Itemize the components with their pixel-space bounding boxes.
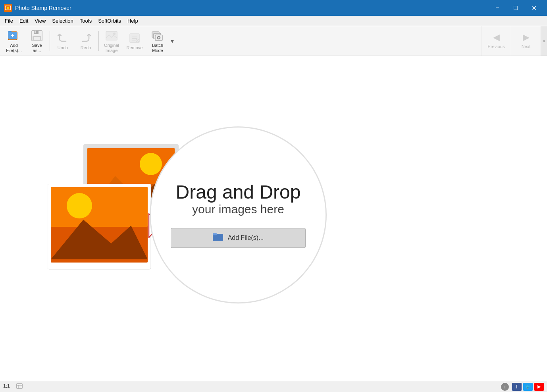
original-image-label: OriginalImage — [104, 43, 119, 53]
menu-softorbits[interactable]: SoftOrbits — [95, 17, 124, 25]
add-files-button-drop[interactable]: Add File(s)... — [171, 228, 306, 248]
status-left: 1:1 — [3, 383, 501, 390]
original-image-icon — [105, 29, 118, 42]
separator-1 — [50, 31, 50, 51]
drag-drop-text: Drag and Drop your images here — [176, 182, 301, 216]
svg-rect-13 — [34, 37, 40, 40]
save-as-label: Saveas... — [32, 43, 42, 53]
remove-button[interactable]: Remove — [123, 28, 146, 54]
save-as-icon — [31, 29, 43, 42]
toolbar-nav: ◀ Previous ▶ Next ▾ — [481, 26, 547, 56]
social-links: f 🐦 ▶ — [512, 383, 544, 391]
remove-label: Remove — [127, 45, 143, 50]
main-area: Drag and Drop your images here Add File(… — [0, 56, 547, 381]
youtube-button[interactable]: ▶ — [534, 383, 544, 391]
save-as-button[interactable]: Saveas... — [25, 28, 48, 54]
add-files-label: AddFile(s)... — [6, 43, 22, 53]
drag-text-line2: your images here — [176, 203, 301, 216]
add-files-button[interactable]: AddFile(s)... — [2, 28, 25, 54]
svg-rect-10 — [34, 31, 39, 34]
svg-point-2 — [7, 7, 9, 9]
svg-rect-32 — [51, 187, 148, 227]
folder-icon — [213, 233, 224, 244]
title-bar-controls: − □ ✕ — [488, 0, 543, 16]
size-indicator — [16, 383, 23, 390]
toolbar-more-button[interactable]: ▾ — [169, 28, 175, 54]
redo-label: Redo — [81, 45, 91, 50]
close-button[interactable]: ✕ — [525, 0, 543, 16]
circle-overlay: Drag and Drop your images here Add File(… — [151, 127, 326, 302]
redo-icon — [79, 32, 92, 44]
twitter-button[interactable]: 🐦 — [523, 383, 533, 391]
next-label: Next — [522, 44, 531, 49]
separator-2 — [98, 31, 99, 51]
undo-button[interactable]: Undo — [51, 28, 74, 54]
undo-icon — [56, 32, 69, 44]
status-right: i f 🐦 ▶ — [501, 383, 544, 391]
zoom-level: 1:1 — [3, 383, 10, 390]
next-button[interactable]: ▶ Next — [511, 26, 541, 56]
next-icon: ▶ — [523, 32, 530, 42]
svg-point-34 — [67, 193, 92, 218]
svg-rect-37 — [213, 234, 217, 236]
svg-rect-11 — [35, 31, 36, 33]
svg-rect-38 — [17, 384, 22, 388]
previous-icon: ◀ — [493, 32, 500, 42]
app-icon — [4, 4, 12, 12]
undo-label: Undo — [58, 45, 68, 50]
svg-point-24 — [158, 37, 160, 39]
minimize-button[interactable]: − — [488, 0, 507, 16]
status-bar: 1:1 i f 🐦 ▶ — [0, 381, 547, 392]
previous-label: Previous — [488, 44, 505, 49]
batch-mode-icon — [151, 29, 164, 42]
menu-edit[interactable]: Edit — [16, 17, 31, 25]
drag-text-line1: Drag and Drop — [176, 182, 301, 203]
previous-button[interactable]: ◀ Previous — [481, 26, 511, 56]
menu-help[interactable]: Help — [124, 17, 141, 25]
svg-rect-8 — [11, 35, 14, 36]
svg-rect-14 — [106, 31, 117, 40]
toolbar-scrollbar[interactable]: ▾ — [541, 26, 547, 56]
redo-button[interactable]: Redo — [74, 28, 97, 54]
original-image-button[interactable]: OriginalImage — [100, 28, 123, 54]
menu-tools[interactable]: Tools — [77, 17, 95, 25]
menu-bar: File Edit View Selection Tools SoftOrbit… — [0, 16, 547, 26]
title-bar: Photo Stamp Remover − □ ✕ — [0, 0, 547, 16]
batch-mode-label: BatchMode — [152, 43, 163, 53]
add-files-drop-label: Add File(s)... — [228, 235, 264, 242]
front-photo-card — [48, 184, 159, 279]
toolbar: AddFile(s)... Saveas... — [0, 26, 547, 56]
maximize-button[interactable]: □ — [507, 0, 525, 16]
add-files-icon — [8, 29, 20, 42]
remove-icon — [128, 32, 141, 44]
batch-mode-button[interactable]: BatchMode — [146, 28, 169, 54]
menu-selection[interactable]: Selection — [49, 17, 76, 25]
menu-file[interactable]: File — [2, 17, 16, 25]
svg-point-15 — [113, 33, 116, 35]
toolbar-group-main: AddFile(s)... Saveas... — [2, 26, 176, 56]
drop-zone[interactable]: Drag and Drop your images here Add File(… — [0, 56, 547, 381]
app-title: Photo Stamp Remover — [15, 5, 71, 11]
menu-view[interactable]: View — [31, 17, 49, 25]
svg-point-29 — [140, 153, 162, 175]
title-bar-left: Photo Stamp Remover — [4, 4, 71, 12]
info-button[interactable]: i — [501, 383, 509, 391]
facebook-button[interactable]: f — [512, 383, 522, 391]
